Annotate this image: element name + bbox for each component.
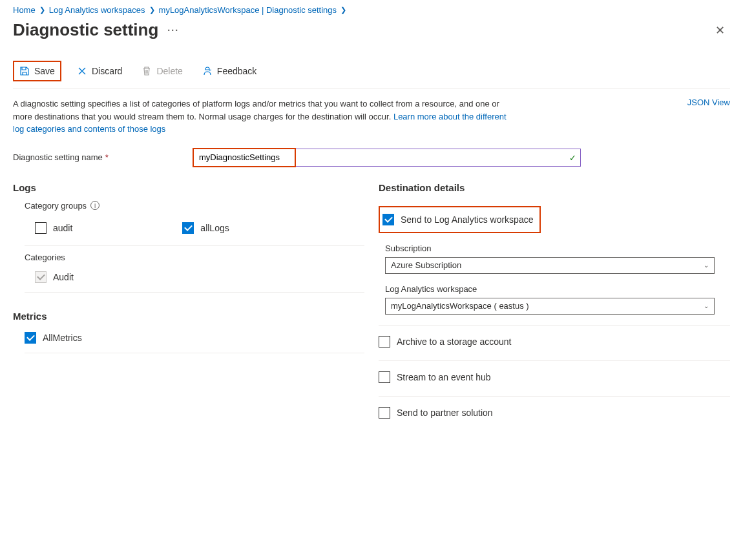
subscription-label: Subscription bbox=[385, 244, 730, 253]
discard-button[interactable]: Discard bbox=[73, 63, 126, 79]
dest-law: Send to Log Analytics workspace Subscrip… bbox=[379, 201, 730, 326]
dest-partner: Send to partner solution bbox=[379, 399, 730, 431]
separator bbox=[25, 292, 364, 293]
save-label: Save bbox=[34, 66, 55, 76]
stream-eventhub-checkbox[interactable]: Stream to an event hub bbox=[379, 369, 730, 386]
valid-check-icon: ✓ bbox=[569, 152, 576, 162]
json-view-link[interactable]: JSON View bbox=[687, 98, 730, 107]
send-to-law-checkbox[interactable]: Send to Log Analytics workspace bbox=[382, 211, 533, 228]
workspace-label: Log Analytics workspace bbox=[385, 284, 730, 294]
logs-heading: Logs bbox=[13, 182, 364, 193]
archive-storage-label: Archive to a storage account bbox=[397, 337, 511, 347]
chevron-right-icon: ❯ bbox=[149, 6, 155, 14]
breadcrumb-diagnostic-settings[interactable]: myLogAnalyticsWorkspace | Diagnostic set… bbox=[159, 5, 337, 15]
checkbox-icon bbox=[379, 336, 390, 347]
checkbox-icon bbox=[379, 407, 390, 419]
checkbox-checked-icon bbox=[25, 332, 36, 344]
allmetrics-checkbox[interactable]: AllMetrics bbox=[25, 329, 364, 346]
chevron-down-icon: ⌄ bbox=[704, 262, 709, 269]
more-menu-icon[interactable]: ··· bbox=[167, 25, 179, 36]
checkbox-icon bbox=[379, 371, 390, 383]
trash-icon bbox=[141, 66, 152, 76]
alllogs-group-label: allLogs bbox=[200, 223, 229, 233]
audit-group-checkbox[interactable]: audit bbox=[35, 220, 72, 236]
discard-label: Discard bbox=[92, 66, 122, 76]
destination-heading: Destination details bbox=[379, 182, 730, 193]
main-columns: Logs Category groups i audit allLogs Cat… bbox=[13, 182, 730, 434]
subscription-select[interactable]: Azure Subscription ⌄ bbox=[385, 257, 715, 274]
categories-block: Categories Audit bbox=[13, 253, 364, 311]
audit-group-label: audit bbox=[53, 223, 72, 233]
left-column: Logs Category groups i audit allLogs Cat… bbox=[13, 182, 364, 434]
chevron-right-icon: ❯ bbox=[340, 6, 346, 14]
feedback-label: Feedback bbox=[217, 66, 256, 76]
discard-icon bbox=[77, 66, 87, 76]
audit-category-checkbox: Audit bbox=[35, 269, 364, 285]
breadcrumb-workspaces[interactable]: Log Analytics workspaces bbox=[49, 5, 145, 15]
right-column: Destination details Send to Log Analytic… bbox=[379, 182, 730, 434]
checkbox-icon bbox=[35, 222, 47, 234]
info-icon[interactable]: i bbox=[90, 201, 99, 210]
checkbox-checked-icon bbox=[382, 214, 394, 225]
description-text: A diagnostic setting specifies a list of… bbox=[13, 98, 517, 136]
stream-eventhub-label: Stream to an event hub bbox=[397, 372, 491, 382]
save-highlight: Save bbox=[13, 61, 61, 81]
checkbox-disabled-checked-icon bbox=[35, 271, 47, 283]
name-field-row: Diagnostic setting name* ✓ bbox=[13, 149, 730, 167]
category-groups-label: Category groups i bbox=[25, 201, 364, 211]
dest-law-highlight: Send to Log Analytics workspace bbox=[379, 206, 541, 233]
chevron-right-icon: ❯ bbox=[39, 6, 45, 14]
allmetrics-label: AllMetrics bbox=[43, 333, 82, 343]
checkbox-checked-icon bbox=[182, 222, 194, 234]
feedback-button[interactable]: Feedback bbox=[198, 63, 260, 79]
breadcrumb: Home ❯ Log Analytics workspaces ❯ myLogA… bbox=[13, 5, 730, 15]
send-partner-checkbox[interactable]: Send to partner solution bbox=[379, 404, 730, 421]
workspace-field: Log Analytics workspace myLogAnalyticsWo… bbox=[385, 284, 730, 315]
dest-eventhub: Stream to an event hub bbox=[379, 364, 730, 397]
delete-button: Delete bbox=[138, 63, 186, 79]
name-input-wrap: ✓ bbox=[193, 149, 581, 167]
metrics-heading: Metrics bbox=[13, 311, 364, 322]
diagnostic-setting-name-input[interactable] bbox=[194, 149, 580, 166]
workspace-select[interactable]: myLogAnalyticsWorkspace ( eastus ) ⌄ bbox=[385, 298, 715, 315]
name-label: Diagnostic setting name* bbox=[13, 152, 184, 162]
breadcrumb-home[interactable]: Home bbox=[13, 5, 36, 15]
required-asterisk: * bbox=[105, 152, 109, 162]
subscription-field: Subscription Azure Subscription ⌄ bbox=[385, 244, 730, 274]
separator bbox=[25, 353, 364, 353]
save-button[interactable]: Save bbox=[16, 63, 59, 79]
audit-category-label: Audit bbox=[53, 272, 74, 282]
delete-label: Delete bbox=[156, 66, 182, 76]
save-icon bbox=[19, 66, 30, 76]
toolbar: Save Discard Delete Feedback bbox=[13, 61, 730, 88]
page-title: Diagnostic setting ··· bbox=[13, 20, 179, 40]
archive-storage-checkbox[interactable]: Archive to a storage account bbox=[379, 333, 730, 350]
send-to-law-label: Send to Log Analytics workspace bbox=[401, 214, 533, 225]
title-row: Diagnostic setting ··· ✕ bbox=[13, 20, 730, 40]
alllogs-group-checkbox[interactable]: allLogs bbox=[182, 220, 229, 236]
metrics-block: Metrics AllMetrics bbox=[13, 311, 364, 353]
page-title-text: Diagnostic setting bbox=[13, 20, 158, 40]
category-groups: audit allLogs bbox=[25, 217, 364, 246]
categories-label: Categories bbox=[25, 253, 364, 262]
name-label-text: Diagnostic setting name bbox=[13, 152, 103, 162]
chevron-down-icon: ⌄ bbox=[704, 302, 709, 309]
description-row: A diagnostic setting specifies a list of… bbox=[13, 98, 730, 136]
send-partner-label: Send to partner solution bbox=[397, 408, 493, 418]
close-icon[interactable]: ✕ bbox=[710, 21, 730, 40]
dest-storage: Archive to a storage account bbox=[379, 328, 730, 361]
subscription-value: Azure Subscription bbox=[391, 260, 461, 270]
feedback-icon bbox=[202, 66, 213, 76]
workspace-value: myLogAnalyticsWorkspace ( eastus ) bbox=[391, 301, 529, 311]
